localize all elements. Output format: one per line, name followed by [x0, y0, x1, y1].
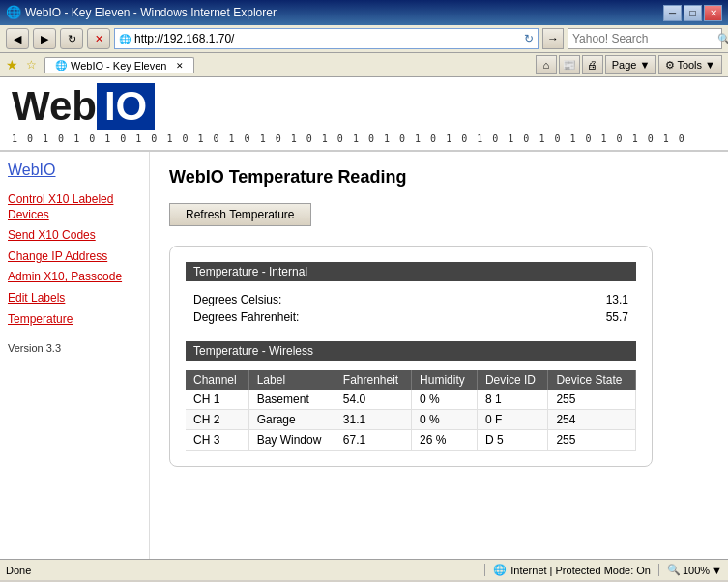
feeds-button[interactable]: 📰	[559, 55, 580, 74]
binary-bar: 1 0 1 0 1 0 1 0 1 0 1 0 1 0 1 0 1 0 1 0 …	[12, 133, 716, 144]
table-row: CH 1Basement54.00 %8 1255	[186, 390, 636, 410]
status-done-text: Done	[6, 565, 477, 576]
col-device-state: Device State	[548, 370, 636, 390]
toolbar: ◀ ▶ ↻ ✕ 🌐 ↻ → 🔍	[0, 25, 728, 53]
sidebar-item-temperature[interactable]: Temperature	[8, 312, 141, 328]
url-input[interactable]	[134, 32, 520, 45]
celsius-value: 13.1	[590, 293, 628, 306]
sidebar-item-send-x10[interactable]: Send X10 Codes	[8, 228, 141, 244]
cell-device_id-2: D 5	[477, 430, 548, 451]
tools-menu-label: Tools ▼	[677, 59, 715, 71]
tab-label: WebIO - Key Eleven	[71, 60, 166, 72]
zoom-chevron-icon: ▼	[712, 565, 722, 576]
page-menu-button[interactable]: Page ▼	[605, 55, 657, 74]
version-text: Version 3.3	[8, 342, 141, 354]
address-bar: 🌐 ↻	[114, 28, 539, 49]
logo-io-text: IO	[97, 83, 155, 130]
cell-channel-2: CH 3	[186, 430, 248, 451]
logo-web-text: Web	[12, 83, 97, 130]
internal-header: Temperature - Internal	[186, 262, 636, 281]
fahrenheit-value: 55.7	[590, 310, 628, 324]
refresh-icon: ↻	[68, 33, 76, 45]
refresh-small-icon: ↻	[524, 32, 534, 45]
go-button[interactable]: →	[542, 28, 564, 49]
fahrenheit-label: Degrees Fahrenheit:	[193, 310, 590, 324]
close-button[interactable]: ✕	[704, 5, 722, 21]
sidebar-item-edit-labels[interactable]: Edit Labels	[8, 291, 141, 306]
status-bar: Done 🌐 Internet | Protected Mode: On 🔍 1…	[0, 559, 728, 580]
wireless-section: Temperature - Wireless Channel Label Fah…	[186, 341, 636, 451]
search-icon: 🔍	[717, 33, 728, 45]
minimize-button[interactable]: ─	[663, 5, 682, 21]
zone-info: 🌐 Internet | Protected Mode: On	[484, 564, 651, 576]
cell-fahrenheit-2: 67.1	[335, 430, 411, 451]
temperature-card: Temperature - Internal Degrees Celsius: …	[169, 246, 653, 467]
wireless-table: Channel Label Fahrenheit Humidity Device…	[186, 370, 636, 451]
col-humidity: Humidity	[412, 370, 478, 390]
cell-humidity-0: 0 %	[412, 390, 478, 410]
cell-label-2: Bay Window	[248, 430, 335, 451]
stop-icon: ✕	[95, 33, 103, 45]
window-title: WebIO - Key Eleven - Windows Internet Ex…	[25, 6, 663, 19]
tools-menu-button[interactable]: ⚙ Tools ▼	[658, 55, 722, 74]
print-icon: 🖨	[587, 59, 597, 71]
search-input[interactable]	[572, 32, 717, 45]
restore-button[interactable]: □	[684, 5, 702, 21]
cell-label-1: Garage	[248, 410, 335, 430]
cell-humidity-2: 26 %	[412, 430, 478, 451]
zoom-text: 100%	[683, 565, 710, 576]
col-fahrenheit: Fahrenheit	[335, 370, 411, 390]
refresh-temperature-button[interactable]: Refresh Temperature	[169, 203, 311, 226]
col-channel: Channel	[186, 370, 248, 390]
sidebar-home-link[interactable]: WebIO	[8, 161, 141, 179]
table-header-row: Channel Label Fahrenheit Humidity Device…	[186, 370, 636, 390]
col-label: Label	[248, 370, 335, 390]
feeds-icon: 📰	[563, 59, 576, 72]
cell-device_state-2: 255	[548, 430, 636, 451]
zoom-icon: 🔍	[667, 564, 681, 576]
favorites-bar: ★ ☆ 🌐 WebIO - Key Eleven ✕ ⌂ 📰 🖨 Page ▼ …	[0, 53, 728, 77]
forward-icon: ▶	[41, 33, 48, 45]
sidebar-item-admin-x10[interactable]: Admin X10, Passcode	[8, 270, 141, 285]
cell-device_state-0: 255	[548, 390, 636, 410]
window-controls: ─ □ ✕	[663, 5, 722, 21]
home-icon: ⌂	[542, 59, 549, 71]
tab-close-icon[interactable]: ✕	[176, 61, 184, 71]
webio-logo: Web IO	[12, 83, 716, 130]
zoom-info[interactable]: 🔍 100% ▼	[658, 564, 722, 576]
sidebar-item-change-ip[interactable]: Change IP Address	[8, 249, 141, 265]
refresh-button[interactable]: ↻	[60, 28, 83, 49]
home-button[interactable]: ⌂	[536, 55, 557, 74]
fahrenheit-row: Degrees Fahrenheit: 55.7	[186, 308, 636, 326]
zone-icon: 🌐	[493, 564, 507, 576]
internal-section: Temperature - Internal Degrees Celsius: …	[186, 262, 636, 326]
stop-button[interactable]: ✕	[87, 28, 110, 49]
favorites-star-icon[interactable]: ★	[6, 57, 18, 73]
table-row: CH 3Bay Window67.126 %D 5255	[186, 430, 636, 451]
tab-icon: 🌐	[55, 60, 67, 71]
back-button[interactable]: ◀	[6, 28, 29, 49]
cell-fahrenheit-1: 31.1	[335, 410, 411, 430]
sidebar-item-control-x10[interactable]: Control X10 Labeled Devices	[8, 192, 141, 222]
page-icon: 🌐	[119, 34, 131, 44]
cell-device_state-1: 254	[548, 410, 636, 430]
browser-tab[interactable]: 🌐 WebIO - Key Eleven ✕	[44, 57, 194, 73]
cell-device_id-1: 0 F	[477, 410, 548, 430]
cell-fahrenheit-0: 54.0	[335, 390, 411, 410]
forward-button[interactable]: ▶	[33, 28, 56, 49]
go-icon: →	[547, 32, 559, 45]
page-menu-label: Page ▼	[612, 59, 651, 71]
cell-channel-0: CH 1	[186, 390, 248, 410]
zone-text: Internet | Protected Mode: On	[510, 565, 651, 576]
cell-channel-1: CH 2	[186, 410, 248, 430]
browser-content: Web IO 1 0 1 0 1 0 1 0 1 0 1 0 1 0 1 0 1…	[0, 77, 728, 559]
wireless-header: Temperature - Wireless	[186, 341, 636, 361]
main-content: WebIO Temperature Reading Refresh Temper…	[150, 152, 728, 559]
print-button[interactable]: 🖨	[582, 55, 603, 74]
site-header: Web IO 1 0 1 0 1 0 1 0 1 0 1 0 1 0 1 0 1…	[0, 77, 728, 152]
titlebar: 🌐 WebIO - Key Eleven - Windows Internet …	[0, 0, 728, 25]
sidebar: WebIO Control X10 Labeled Devices Send X…	[0, 152, 150, 559]
cell-humidity-1: 0 %	[412, 410, 478, 430]
cell-label-0: Basement	[248, 390, 335, 410]
favorites-add-icon[interactable]: ☆	[26, 58, 37, 72]
